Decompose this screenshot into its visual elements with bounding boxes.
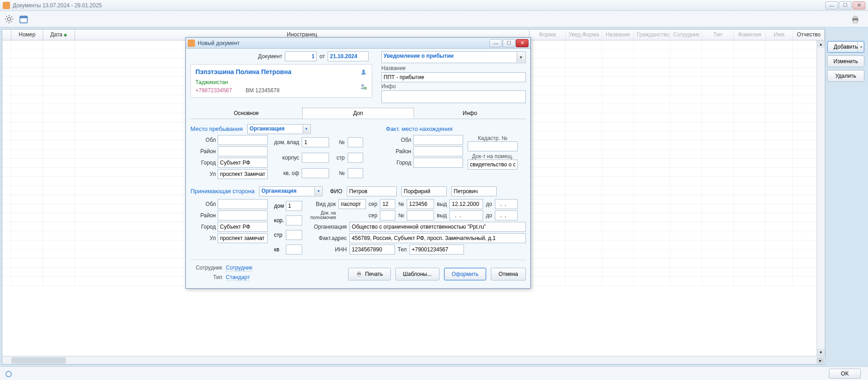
actual-city-label: Город	[386, 160, 411, 166]
stay-obl-input[interactable]	[218, 135, 268, 145]
notification-type-select[interactable]: Уведомление о прибытии ▾	[381, 51, 526, 63]
add-button[interactable]: Добавить ▾	[827, 41, 864, 53]
host-kv-label: кв	[274, 246, 284, 253]
col-name[interactable]: Название	[602, 30, 634, 40]
host-auth-ser-input[interactable]	[380, 210, 395, 220]
chevron-down-icon[interactable]: ▾	[303, 125, 310, 133]
stay-house-input[interactable]	[302, 137, 329, 147]
dialog-maximize-button[interactable]: ☐	[503, 39, 515, 47]
print-button[interactable]: Печать	[348, 268, 390, 280]
doc-number-input[interactable]	[285, 51, 317, 61]
host-issued-input[interactable]	[449, 199, 483, 209]
scroll-right-icon[interactable]: ▸	[817, 357, 824, 364]
employee-value[interactable]: Сотрудник	[226, 265, 252, 271]
dialog-minimize-button[interactable]: —	[489, 39, 502, 47]
host-tel-input[interactable]	[409, 245, 464, 255]
host-firstname-input[interactable]	[401, 186, 447, 196]
host-org-input[interactable]	[349, 222, 526, 232]
actual-district-input[interactable]	[413, 146, 463, 156]
host-kv-input[interactable]	[286, 245, 302, 255]
chevron-down-icon[interactable]: ▾	[314, 187, 322, 195]
printer-icon[interactable]	[850, 14, 861, 25]
templates-button[interactable]: Шаблоны...	[395, 268, 439, 280]
cancel-button[interactable]: Отмена	[491, 268, 526, 280]
col-citizenship[interactable]: Гражданство	[634, 30, 670, 40]
grid-vertical-scrollbar[interactable]: ▴ ▾	[817, 40, 825, 356]
host-inn-input[interactable]	[349, 245, 395, 255]
scroll-down-icon[interactable]: ▾	[817, 349, 825, 356]
gear-icon[interactable]	[4, 14, 15, 25]
col-employee[interactable]: Сотрудник	[670, 30, 702, 40]
stay-korpus-input[interactable]	[302, 153, 329, 163]
info-input[interactable]	[381, 90, 526, 103]
delete-button[interactable]: Удалить	[827, 70, 864, 82]
host-kor-input[interactable]	[286, 215, 302, 225]
host-surname-input[interactable]	[347, 186, 397, 196]
person-group-icon[interactable]	[360, 68, 367, 75]
person-add-icon[interactable]	[360, 83, 367, 90]
col-date[interactable]: Дата◆	[43, 30, 75, 40]
stay-obl-label: Обл	[190, 137, 216, 143]
host-str-input[interactable]	[286, 230, 302, 240]
host-num-input[interactable]	[407, 199, 434, 209]
calendar-icon[interactable]	[18, 14, 29, 25]
host-city-input[interactable]	[218, 222, 268, 232]
grid-horizontal-scrollbar[interactable]: ▸	[2, 356, 825, 364]
premises-input[interactable]	[468, 160, 518, 170]
close-button[interactable]: ✕	[853, 1, 865, 10]
host-ser-input[interactable]	[380, 199, 395, 209]
person-name: Пэпэтэшина Полина Петровна	[195, 68, 367, 75]
tab-extra[interactable]: Доп	[302, 108, 414, 119]
stay-num2-input[interactable]	[348, 168, 363, 178]
doc-date-input[interactable]	[328, 51, 369, 61]
stay-str-input[interactable]	[348, 153, 363, 163]
tab-info[interactable]: Инфо	[414, 108, 526, 119]
scroll-thumb[interactable]	[11, 357, 66, 364]
host-fact-addr-input[interactable]	[349, 233, 526, 243]
chevron-down-icon[interactable]: ▾	[517, 52, 525, 62]
host-house-input[interactable]	[286, 201, 302, 211]
name-input[interactable]	[381, 72, 526, 82]
col-type[interactable]: Тип	[702, 30, 734, 40]
col-form[interactable]: Форма	[529, 30, 566, 40]
host-street-input[interactable]	[218, 233, 268, 243]
stay-num-input[interactable]	[348, 137, 363, 147]
dialog-icon	[188, 40, 195, 47]
stay-street-input[interactable]	[218, 169, 268, 179]
stay-district-input[interactable]	[218, 146, 268, 156]
stay-city-input[interactable]	[218, 158, 268, 168]
host-until-input[interactable]	[495, 199, 518, 209]
col-patronymic[interactable]: Отчество	[793, 30, 825, 40]
host-auth-num-input[interactable]	[407, 210, 434, 220]
actual-city-input[interactable]	[413, 158, 463, 168]
host-auth-ser-label: сер	[369, 212, 377, 219]
host-patronymic-input[interactable]	[451, 186, 497, 196]
type-value[interactable]: Стандарт	[226, 274, 250, 281]
stay-kvof-input[interactable]	[302, 168, 329, 178]
sort-asc-icon: ◆	[64, 32, 67, 37]
maximize-button[interactable]: ☐	[839, 1, 852, 10]
dialog-close-button[interactable]: ✕	[516, 39, 529, 47]
tab-main[interactable]: Основное	[190, 108, 302, 119]
chevron-down-icon[interactable]: ▾	[858, 41, 864, 52]
col-number[interactable]: Номер	[11, 30, 43, 40]
actual-obl-input[interactable]	[413, 135, 463, 145]
stay-type-select[interactable]: Организация ▾	[247, 124, 311, 134]
host-district-input[interactable]	[218, 210, 268, 220]
scroll-up-icon[interactable]: ▴	[817, 40, 825, 48]
cadastr-input[interactable]	[468, 141, 518, 151]
submit-button[interactable]: Оформить	[444, 268, 486, 280]
host-type-select[interactable]: Организация ▾	[259, 186, 323, 196]
col-notif-form[interactable]: Увед.Форма	[566, 30, 602, 40]
edit-button[interactable]: Изменить	[827, 55, 864, 67]
ok-button[interactable]: OK	[829, 369, 861, 379]
host-obl-input[interactable]	[218, 199, 268, 209]
host-doctype-input[interactable]	[339, 199, 366, 209]
col-firstname[interactable]: Имя	[766, 30, 793, 40]
host-auth-issued-input[interactable]	[449, 210, 483, 220]
actual-section-title: Факт. место нахождения	[386, 125, 526, 132]
minimize-button[interactable]: —	[825, 1, 838, 10]
col-surname[interactable]: Фамилия	[734, 30, 766, 40]
new-document-dialog: Новый документ — ☐ ✕ Документ от Пэпэтэш…	[185, 37, 531, 289]
host-auth-until-input[interactable]	[495, 210, 518, 220]
